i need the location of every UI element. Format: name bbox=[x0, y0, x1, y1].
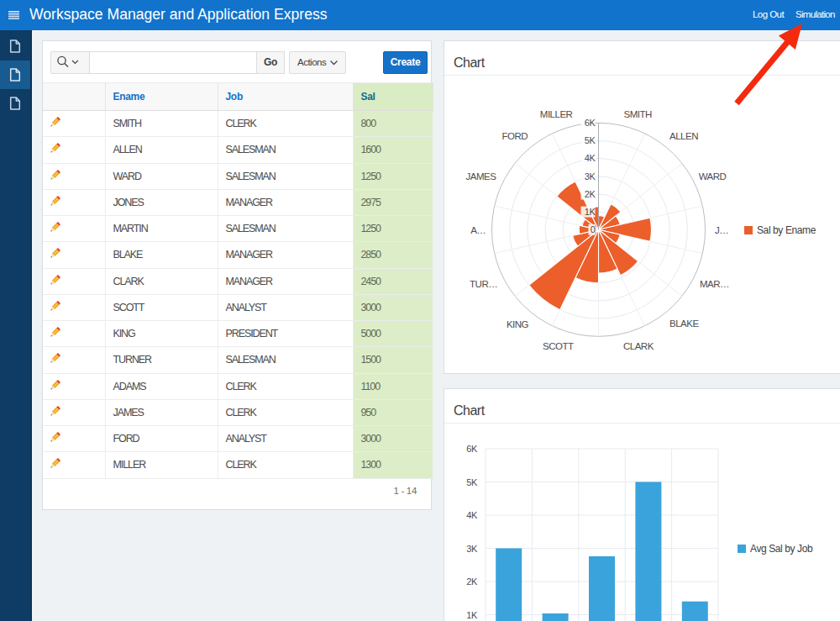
svg-text:5K: 5K bbox=[466, 477, 478, 487]
svg-text:ALLEN: ALLEN bbox=[669, 131, 698, 141]
svg-text:5K: 5K bbox=[585, 135, 596, 145]
svg-text:MILLER: MILLER bbox=[540, 109, 573, 119]
svg-text:4K: 4K bbox=[585, 153, 596, 163]
svg-text:BLAKE: BLAKE bbox=[669, 318, 699, 329]
svg-text:Avg Sal by Job: Avg Sal by Job bbox=[750, 543, 813, 555]
svg-text:KING: KING bbox=[507, 319, 529, 329]
svg-text:SCOTT: SCOTT bbox=[543, 341, 574, 351]
svg-text:J…: J… bbox=[715, 225, 728, 235]
svg-text:4K: 4K bbox=[466, 510, 478, 520]
svg-text:A…: A… bbox=[470, 225, 486, 235]
svg-text:2K: 2K bbox=[585, 189, 596, 199]
svg-text:1K: 1K bbox=[585, 207, 596, 217]
svg-text:3K: 3K bbox=[466, 544, 478, 554]
svg-text:CLARK: CLARK bbox=[623, 341, 654, 351]
svg-text:SMITH: SMITH bbox=[624, 109, 652, 119]
svg-text:TUR…: TUR… bbox=[470, 279, 497, 289]
svg-text:JAMES: JAMES bbox=[466, 171, 497, 182]
svg-text:6K: 6K bbox=[466, 444, 478, 454]
svg-text:Sal by Ename: Sal by Ename bbox=[757, 224, 816, 236]
svg-text:MAR…: MAR… bbox=[700, 279, 729, 289]
svg-text:0: 0 bbox=[591, 224, 596, 234]
svg-text:6K: 6K bbox=[585, 118, 596, 128]
svg-text:3K: 3K bbox=[585, 171, 596, 182]
svg-text:1K: 1K bbox=[466, 610, 478, 620]
svg-text:FORD: FORD bbox=[502, 131, 528, 141]
svg-text:WARD: WARD bbox=[699, 171, 727, 182]
svg-text:2K: 2K bbox=[466, 576, 478, 587]
